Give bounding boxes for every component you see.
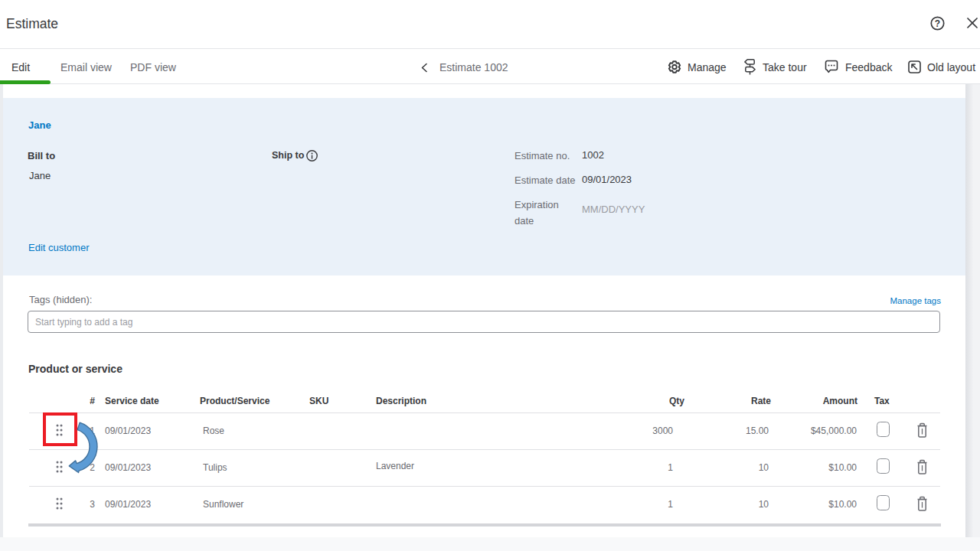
svg-text:?: ? [935, 18, 940, 29]
